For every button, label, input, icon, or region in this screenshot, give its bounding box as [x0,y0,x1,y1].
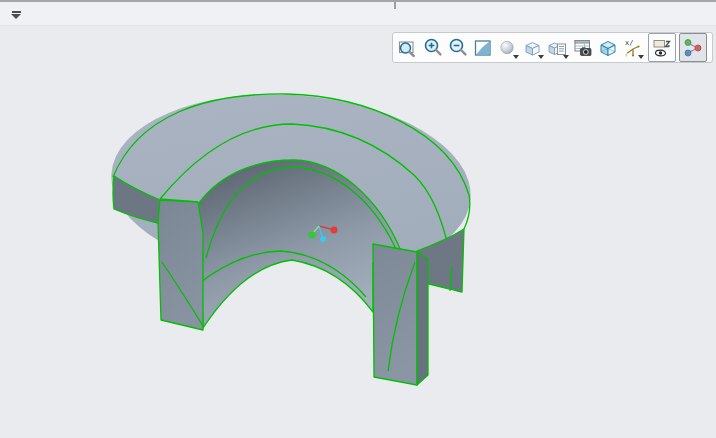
glass-cube-icon [597,37,619,59]
annotation-display-toggle[interactable] [648,33,676,62]
refit-magnifier-icon [397,37,419,59]
spin-center-red-ball [331,227,338,234]
perspective-view-button[interactable] [595,34,620,61]
window-sash-tick[interactable] [394,2,396,9]
zoom-in-button[interactable] [420,34,445,61]
zoom-out-button[interactable] [445,34,470,61]
saved-orientations-button[interactable] [520,34,545,61]
datum-display-button[interactable]: x/ / [620,34,645,61]
zoom-in-icon [422,37,444,59]
table-camera-icon [572,37,594,59]
annotation-eye-icon [651,37,673,59]
dropdown-caret-icon[interactable] [638,55,644,59]
zoom-out-icon [447,37,469,59]
image-capture-button[interactable] [570,34,595,61]
spin-center-icon [682,37,704,59]
3d-model-part[interactable] [105,83,477,395]
refit-button[interactable] [395,34,420,61]
chevron-bar [12,11,21,13]
graphics-toolbar: x/ / [392,32,713,63]
display-style-button[interactable] [495,34,520,61]
svg-text:x/: x/ [625,39,633,47]
right-leg-front-face [373,244,417,385]
spin-center-green-ball [308,231,315,238]
graphics-area[interactable] [0,26,716,438]
dropdown-caret-icon[interactable] [563,55,569,59]
repaint-icon [472,37,494,59]
3d-model-canvas [0,26,716,438]
ribbon-collapsed-bar [0,0,716,26]
ribbon-expand-control[interactable] [8,8,24,22]
repaint-button[interactable] [470,34,495,61]
view-manager-button[interactable] [545,34,570,61]
chevron-down-icon [11,14,21,19]
right-leg-side-face [417,252,428,385]
dropdown-caret-icon[interactable] [538,55,544,59]
spin-center-blue-ball [320,236,326,242]
dropdown-caret-icon[interactable] [513,55,519,59]
spin-center-toggle[interactable] [679,33,707,62]
app-window: x/ / [0,0,716,438]
svg-text:/: / [625,50,629,57]
